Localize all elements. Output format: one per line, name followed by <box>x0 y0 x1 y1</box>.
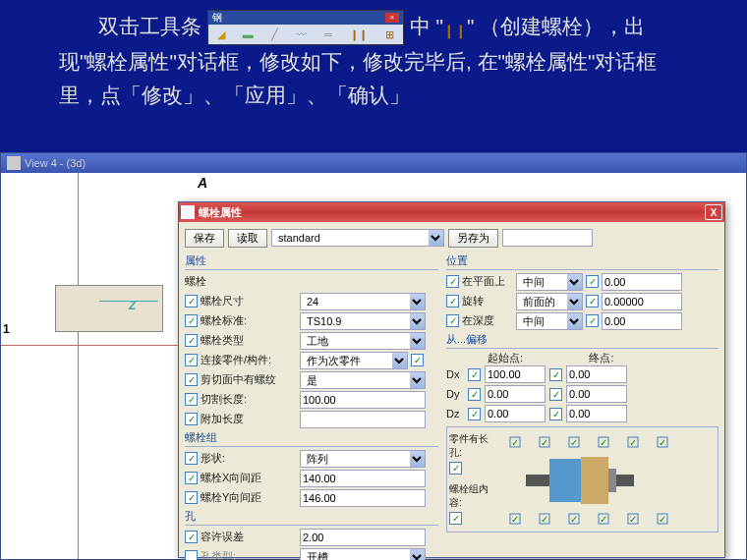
plane-select[interactable]: 中间 <box>516 273 583 291</box>
svg-text:✓: ✓ <box>629 437 637 448</box>
std-select[interactable]: TS10.9 <box>300 312 426 330</box>
svg-rect-4 <box>608 469 616 492</box>
thread-label: 剪切面中有螺纹 <box>201 372 297 387</box>
grid-line-horiz <box>1 345 198 346</box>
end-header: 终点: <box>563 351 640 365</box>
toolbar-title: 钢 <box>212 10 222 26</box>
preset-select[interactable]: standard <box>271 229 444 247</box>
dz-end-input[interactable] <box>566 405 627 422</box>
dx-start-input[interactable] <box>485 365 546 383</box>
close-button[interactable]: X <box>705 204 722 220</box>
depth-input[interactable] <box>602 312 682 330</box>
view-title: View 4 - (3d) <box>25 157 86 169</box>
dz-start-input[interactable] <box>485 405 546 422</box>
type-select[interactable]: 工地 <box>300 332 426 350</box>
shape-label: 形状: <box>201 451 297 466</box>
load-button[interactable]: 读取 <box>228 229 267 248</box>
diag-content-cb[interactable] <box>449 512 462 525</box>
dx-end-input[interactable] <box>566 365 627 383</box>
dy-end-cb[interactable] <box>549 388 562 401</box>
tol-label: 容许误差 <box>201 530 297 544</box>
extra-input[interactable] <box>300 411 426 428</box>
rotate-cb2[interactable] <box>586 295 599 308</box>
dz-end-cb[interactable] <box>549 408 562 420</box>
cut-input[interactable] <box>300 391 426 409</box>
dialog-titlebar[interactable]: 螺栓属性 X <box>179 202 724 222</box>
group-attributes: 属性 <box>185 253 438 270</box>
svg-rect-3 <box>595 457 608 504</box>
std-cb[interactable] <box>185 314 198 327</box>
plane-cb2[interactable] <box>586 275 599 288</box>
svg-rect-2 <box>581 457 595 504</box>
rotate-input[interactable] <box>602 293 682 310</box>
bolt-properties-dialog: 螺栓属性 X 保存 读取 standard 另存为 属性 螺栓 螺栓尺寸24 螺… <box>178 201 725 558</box>
rotate-select[interactable]: 前面的 <box>516 293 583 310</box>
tol-input[interactable] <box>300 529 426 546</box>
bolt-icon: ❙❙ <box>443 20 467 35</box>
extra-cb[interactable] <box>185 413 198 425</box>
xspace-input[interactable] <box>300 470 426 487</box>
save-button[interactable]: 保存 <box>185 229 224 248</box>
svg-text:✓: ✓ <box>570 437 578 448</box>
rotate-label: 旋转 <box>462 294 513 308</box>
htype-select[interactable]: 开槽 <box>300 548 426 561</box>
grid-label-1: 1 <box>3 322 10 336</box>
depth-cb[interactable] <box>446 314 459 327</box>
yspace-cb[interactable] <box>185 491 198 504</box>
window-icon <box>7 156 21 170</box>
connect-cb2[interactable] <box>411 354 424 366</box>
bolt-label: 螺栓 <box>185 272 438 291</box>
svg-text:✓: ✓ <box>629 514 637 525</box>
save-as-input[interactable] <box>502 229 593 247</box>
save-as-button[interactable]: 另存为 <box>448 229 498 248</box>
thread-cb[interactable] <box>185 373 198 386</box>
grid-line-vert <box>78 173 79 559</box>
size-select[interactable]: 24 <box>300 293 426 310</box>
dx-end-cb[interactable] <box>549 368 562 381</box>
plane-label: 在平面上 <box>462 274 513 289</box>
connect-select[interactable]: 作为次零件 <box>300 352 408 369</box>
shape-select[interactable]: 阵列 <box>300 450 426 468</box>
thread-select[interactable]: 是 <box>300 371 426 389</box>
rotate-cb[interactable] <box>446 295 459 308</box>
svg-text:✓: ✓ <box>511 514 519 525</box>
dx-start-cb[interactable] <box>468 368 481 381</box>
bolt-assembly-diagram: ✓ ✓ ✓ ✓ ✓ ✓ ✓ ✓ ✓ ✓ ✓ ✓ <box>490 429 697 528</box>
depth-select[interactable]: 中间 <box>516 312 583 330</box>
svg-text:✓: ✓ <box>659 514 666 525</box>
plane-cb[interactable] <box>446 275 459 288</box>
connect-label: 连接零件/构件: <box>201 353 297 367</box>
diag-parts-cb[interactable] <box>449 462 462 475</box>
htype-cb[interactable] <box>185 550 198 560</box>
svg-rect-5 <box>616 475 634 486</box>
axis-label-z: Z <box>129 299 136 312</box>
yspace-label: 螺栓Y向间距 <box>201 490 297 505</box>
toolbar-image: 钢× ◢▬╱〰═❙❙⊞ <box>207 10 404 45</box>
view-titlebar: View 4 - (3d) <box>1 153 746 173</box>
svg-text:✓: ✓ <box>600 514 607 525</box>
dialog-icon <box>181 205 195 219</box>
dy-start-input[interactable] <box>485 385 546 403</box>
size-cb[interactable] <box>185 295 198 308</box>
svg-text:✓: ✓ <box>600 437 607 448</box>
yspace-input[interactable] <box>300 489 426 507</box>
type-cb[interactable] <box>185 334 198 347</box>
dz-start-cb[interactable] <box>468 408 481 420</box>
profile-rect <box>55 285 163 332</box>
dx-label: Dx <box>446 368 464 380</box>
diag-content-label: 螺栓组内容: <box>449 483 488 508</box>
start-header: 起始点: <box>467 351 544 365</box>
tol-cb[interactable] <box>185 531 198 543</box>
dy-start-cb[interactable] <box>468 388 481 401</box>
axis-label-a: A <box>198 175 207 191</box>
std-label: 螺栓标准: <box>201 313 297 328</box>
plane-input[interactable] <box>602 273 682 291</box>
dy-end-input[interactable] <box>566 385 627 403</box>
connect-cb[interactable] <box>185 354 198 366</box>
depth-cb2[interactable] <box>586 314 599 327</box>
cut-cb[interactable] <box>185 393 198 406</box>
group-offset: 从...偏移 <box>446 332 718 349</box>
xspace-cb[interactable] <box>185 472 198 484</box>
shape-cb[interactable] <box>185 452 198 465</box>
dy-label: Dy <box>446 388 464 400</box>
